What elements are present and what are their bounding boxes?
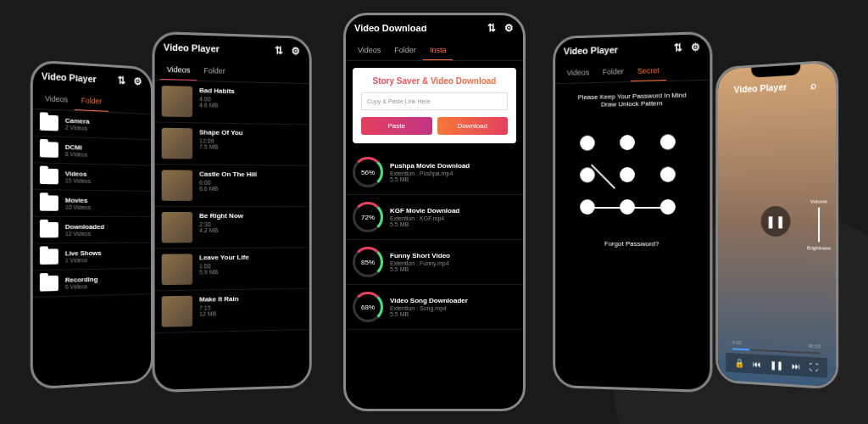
thumbnail: [162, 170, 192, 201]
time-total: 40:03: [808, 343, 821, 349]
folder-icon: [40, 169, 58, 185]
thumbnail: [162, 212, 192, 243]
phone-lock: Video Player ⇅⚙ Videos Folder Secret Ple…: [553, 31, 712, 393]
tab-insta[interactable]: Insta: [423, 41, 453, 60]
folder-item[interactable]: Movies10 Videos: [33, 190, 151, 217]
insta-heading: Story Saver & Video Download: [361, 76, 508, 86]
pattern-dot[interactable]: [580, 136, 595, 151]
folder-icon: [40, 114, 58, 131]
sort-icon[interactable]: ⇅: [116, 75, 127, 87]
folder-list: Camera2 Videos DCMI8 Videos Videos15 Vid…: [33, 109, 151, 298]
tab-videos[interactable]: Videos: [351, 41, 387, 60]
folder-icon: [40, 195, 58, 210]
time-current: 0:10: [732, 340, 742, 345]
gear-icon[interactable]: ⚙: [290, 45, 302, 57]
pattern-grid[interactable]: [555, 116, 709, 232]
brightness-label: Brightness: [807, 245, 831, 250]
folder-item[interactable]: DCMI8 Videos: [33, 137, 151, 166]
next-icon[interactable]: ⏭: [792, 361, 800, 371]
player-controls: 🔒 ⏮ ❚❚ ⏭ ⛶: [726, 353, 827, 378]
pattern-dot[interactable]: [620, 135, 635, 150]
folder-item[interactable]: Live Shows1 Videos: [33, 243, 151, 271]
side-controls: Volume Brightness: [807, 198, 831, 250]
pattern-dot[interactable]: [580, 167, 595, 182]
app-title: Video Player: [734, 81, 787, 94]
download-item[interactable]: 85%Funny Short VideoExtention : Funny.mp…: [346, 240, 523, 285]
tab-folder[interactable]: Folder: [387, 41, 423, 60]
video-item[interactable]: Shape Of You12:097.5 MB: [155, 122, 309, 165]
video-item[interactable]: Make It Rain7:1512 MB: [155, 289, 309, 333]
thumbnail: [162, 254, 192, 285]
fullscreen-icon[interactable]: ⛶: [810, 362, 818, 372]
link-input[interactable]: Copy & Paste Link Here: [361, 92, 508, 110]
pattern-dot[interactable]: [620, 167, 635, 182]
progress-ring: 72%: [353, 202, 383, 232]
video-item[interactable]: Be Right Now2:304.2 MB: [155, 207, 309, 249]
download-list: 56%Pushpa Movie DownloadExtention : Push…: [346, 150, 523, 330]
thumbnail: [162, 86, 192, 117]
pause-button[interactable]: ❚❚: [761, 205, 791, 236]
tab-secret[interactable]: Secret: [631, 61, 666, 81]
tab-videos[interactable]: Videos: [38, 89, 75, 110]
folder-icon: [40, 248, 58, 265]
gear-icon[interactable]: ⚙: [689, 41, 701, 53]
volume-label: Volume: [807, 198, 831, 204]
search-icon[interactable]: ⌕: [807, 79, 819, 92]
download-button[interactable]: Download: [437, 117, 509, 135]
tab-folder[interactable]: Folder: [596, 62, 631, 82]
folder-item[interactable]: Camera2 Videos: [33, 109, 151, 140]
app-title: Video Player: [564, 44, 618, 56]
pattern-dot[interactable]: [660, 167, 676, 182]
phone-player: Video Player ⌕ ❚❚ Volume Brightness 0:10…: [715, 59, 838, 389]
progress-ring: 85%: [353, 247, 383, 277]
progress-ring: 68%: [353, 292, 383, 322]
folder-icon: [40, 222, 58, 237]
folder-icon: [40, 276, 58, 292]
video-item[interactable]: Leave Your Life1:005.9 MB: [155, 248, 309, 291]
pause-icon[interactable]: ❚❚: [770, 360, 782, 371]
forgot-password-link[interactable]: Forgot Password?: [555, 232, 709, 257]
tab-folder[interactable]: Folder: [197, 61, 231, 81]
phone-folders: Video Player ⇅⚙ Videos Folder Camera2 Vi…: [31, 59, 153, 389]
gear-icon[interactable]: ⚙: [503, 22, 515, 34]
download-item[interactable]: 68%Video Song DownloaderExtention : Song…: [346, 285, 523, 330]
folder-item[interactable]: Downloaded12 Videos: [33, 217, 151, 244]
tab-videos[interactable]: Videos: [160, 60, 198, 81]
download-item[interactable]: 56%Pushpa Movie DownloadExtention : Push…: [346, 150, 523, 195]
phone-videolist: Video Player ⇅⚙ Videos Folder Bad Habits…: [153, 31, 312, 393]
thumbnail: [162, 296, 192, 327]
tab-folder[interactable]: Folder: [75, 91, 108, 112]
thumbnail: [162, 128, 192, 159]
video-item[interactable]: Castle On The Hill6:008.6 MB: [155, 165, 309, 207]
video-list: Bad Habits4:004.6 MB Shape Of You12:097.…: [155, 81, 309, 333]
video-item[interactable]: Bad Habits4:004.6 MB: [155, 81, 309, 126]
gear-icon[interactable]: ⚙: [132, 75, 143, 88]
lock-message: Please Keep Your Password In Mind Draw U…: [555, 81, 709, 120]
pattern-line: [587, 207, 670, 209]
download-item[interactable]: 72%KGF Movie DownloadExtention : KGF.mp4…: [346, 195, 523, 240]
paste-button[interactable]: Paste: [361, 117, 432, 135]
folder-item[interactable]: Recording6 Videos: [33, 269, 151, 298]
insta-card: Story Saver & Video Download Copy & Past…: [353, 68, 516, 143]
sort-icon[interactable]: ⇅: [486, 22, 498, 34]
sort-icon[interactable]: ⇅: [672, 42, 684, 54]
folder-icon: [40, 142, 58, 158]
volume-slider[interactable]: [818, 208, 820, 243]
phone-downloader: Video Download ⇅⚙ Videos Folder Insta St…: [343, 13, 526, 411]
prev-icon[interactable]: ⏮: [753, 360, 761, 369]
folder-item[interactable]: Videos15 Videos: [33, 163, 151, 192]
progress-ring: 56%: [353, 157, 383, 187]
sort-icon[interactable]: ⇅: [273, 44, 285, 56]
tab-videos[interactable]: Videos: [560, 63, 596, 83]
lock-icon[interactable]: 🔒: [735, 358, 744, 367]
pattern-dot[interactable]: [660, 134, 676, 149]
